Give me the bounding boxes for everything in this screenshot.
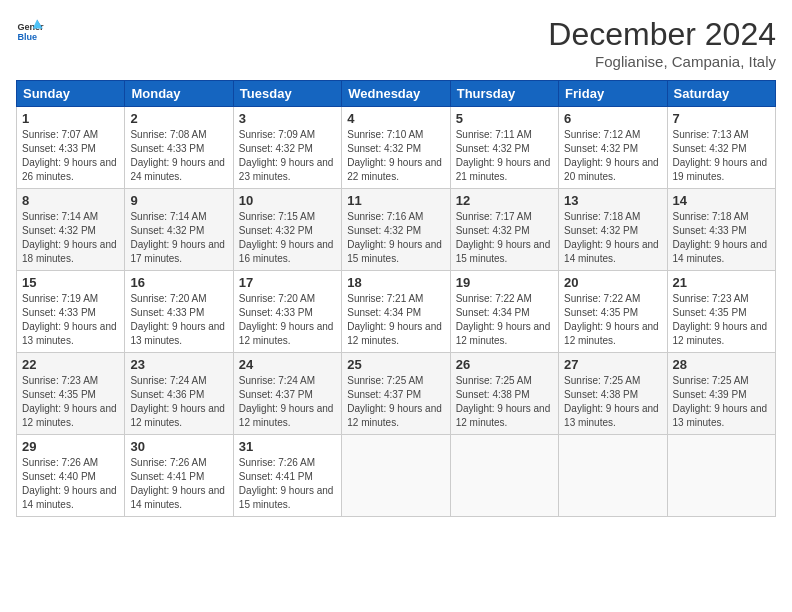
day-info: Sunrise: 7:26 AMSunset: 4:41 PMDaylight:…	[130, 456, 227, 512]
calendar-week-row: 29Sunrise: 7:26 AMSunset: 4:40 PMDayligh…	[17, 435, 776, 517]
calendar-cell: 3Sunrise: 7:09 AMSunset: 4:32 PMDaylight…	[233, 107, 341, 189]
day-number: 13	[564, 193, 661, 208]
day-number: 18	[347, 275, 444, 290]
calendar-cell: 10Sunrise: 7:15 AMSunset: 4:32 PMDayligh…	[233, 189, 341, 271]
day-info: Sunrise: 7:12 AMSunset: 4:32 PMDaylight:…	[564, 128, 661, 184]
calendar-cell: 31Sunrise: 7:26 AMSunset: 4:41 PMDayligh…	[233, 435, 341, 517]
day-number: 27	[564, 357, 661, 372]
calendar-cell	[342, 435, 450, 517]
calendar-table: SundayMondayTuesdayWednesdayThursdayFrid…	[16, 80, 776, 517]
calendar-cell: 1Sunrise: 7:07 AMSunset: 4:33 PMDaylight…	[17, 107, 125, 189]
weekday-header-monday: Monday	[125, 81, 233, 107]
calendar-cell: 16Sunrise: 7:20 AMSunset: 4:33 PMDayligh…	[125, 271, 233, 353]
weekday-header-row: SundayMondayTuesdayWednesdayThursdayFrid…	[17, 81, 776, 107]
day-info: Sunrise: 7:24 AMSunset: 4:36 PMDaylight:…	[130, 374, 227, 430]
day-number: 25	[347, 357, 444, 372]
calendar-cell: 26Sunrise: 7:25 AMSunset: 4:38 PMDayligh…	[450, 353, 558, 435]
day-info: Sunrise: 7:26 AMSunset: 4:40 PMDaylight:…	[22, 456, 119, 512]
calendar-cell	[450, 435, 558, 517]
calendar-cell: 30Sunrise: 7:26 AMSunset: 4:41 PMDayligh…	[125, 435, 233, 517]
day-number: 21	[673, 275, 770, 290]
calendar-week-row: 1Sunrise: 7:07 AMSunset: 4:33 PMDaylight…	[17, 107, 776, 189]
day-info: Sunrise: 7:26 AMSunset: 4:41 PMDaylight:…	[239, 456, 336, 512]
day-info: Sunrise: 7:24 AMSunset: 4:37 PMDaylight:…	[239, 374, 336, 430]
calendar-cell: 11Sunrise: 7:16 AMSunset: 4:32 PMDayligh…	[342, 189, 450, 271]
logo-icon: General Blue	[16, 16, 44, 44]
day-info: Sunrise: 7:08 AMSunset: 4:33 PMDaylight:…	[130, 128, 227, 184]
day-info: Sunrise: 7:19 AMSunset: 4:33 PMDaylight:…	[22, 292, 119, 348]
calendar-cell: 28Sunrise: 7:25 AMSunset: 4:39 PMDayligh…	[667, 353, 775, 435]
calendar-cell: 21Sunrise: 7:23 AMSunset: 4:35 PMDayligh…	[667, 271, 775, 353]
calendar-cell	[667, 435, 775, 517]
day-info: Sunrise: 7:18 AMSunset: 4:33 PMDaylight:…	[673, 210, 770, 266]
day-info: Sunrise: 7:25 AMSunset: 4:37 PMDaylight:…	[347, 374, 444, 430]
day-info: Sunrise: 7:22 AMSunset: 4:34 PMDaylight:…	[456, 292, 553, 348]
calendar-cell: 7Sunrise: 7:13 AMSunset: 4:32 PMDaylight…	[667, 107, 775, 189]
weekday-header-wednesday: Wednesday	[342, 81, 450, 107]
day-number: 3	[239, 111, 336, 126]
day-number: 10	[239, 193, 336, 208]
day-number: 2	[130, 111, 227, 126]
calendar-week-row: 22Sunrise: 7:23 AMSunset: 4:35 PMDayligh…	[17, 353, 776, 435]
day-number: 26	[456, 357, 553, 372]
day-number: 17	[239, 275, 336, 290]
day-info: Sunrise: 7:16 AMSunset: 4:32 PMDaylight:…	[347, 210, 444, 266]
day-number: 22	[22, 357, 119, 372]
day-info: Sunrise: 7:18 AMSunset: 4:32 PMDaylight:…	[564, 210, 661, 266]
day-number: 12	[456, 193, 553, 208]
calendar-cell: 22Sunrise: 7:23 AMSunset: 4:35 PMDayligh…	[17, 353, 125, 435]
calendar-cell: 15Sunrise: 7:19 AMSunset: 4:33 PMDayligh…	[17, 271, 125, 353]
page-header: General Blue December 2024 Foglianise, C…	[16, 16, 776, 70]
day-info: Sunrise: 7:11 AMSunset: 4:32 PMDaylight:…	[456, 128, 553, 184]
day-number: 9	[130, 193, 227, 208]
day-info: Sunrise: 7:20 AMSunset: 4:33 PMDaylight:…	[130, 292, 227, 348]
day-number: 7	[673, 111, 770, 126]
weekday-header-thursday: Thursday	[450, 81, 558, 107]
weekday-header-friday: Friday	[559, 81, 667, 107]
day-number: 30	[130, 439, 227, 454]
day-info: Sunrise: 7:17 AMSunset: 4:32 PMDaylight:…	[456, 210, 553, 266]
day-number: 15	[22, 275, 119, 290]
calendar-cell: 17Sunrise: 7:20 AMSunset: 4:33 PMDayligh…	[233, 271, 341, 353]
day-info: Sunrise: 7:13 AMSunset: 4:32 PMDaylight:…	[673, 128, 770, 184]
calendar-cell: 12Sunrise: 7:17 AMSunset: 4:32 PMDayligh…	[450, 189, 558, 271]
calendar-cell: 2Sunrise: 7:08 AMSunset: 4:33 PMDaylight…	[125, 107, 233, 189]
svg-text:Blue: Blue	[17, 32, 37, 42]
day-info: Sunrise: 7:22 AMSunset: 4:35 PMDaylight:…	[564, 292, 661, 348]
day-info: Sunrise: 7:15 AMSunset: 4:32 PMDaylight:…	[239, 210, 336, 266]
month-year-title: December 2024	[548, 16, 776, 53]
day-info: Sunrise: 7:07 AMSunset: 4:33 PMDaylight:…	[22, 128, 119, 184]
day-number: 24	[239, 357, 336, 372]
day-info: Sunrise: 7:25 AMSunset: 4:39 PMDaylight:…	[673, 374, 770, 430]
weekday-header-tuesday: Tuesday	[233, 81, 341, 107]
calendar-cell	[559, 435, 667, 517]
day-number: 16	[130, 275, 227, 290]
day-number: 31	[239, 439, 336, 454]
day-number: 14	[673, 193, 770, 208]
day-info: Sunrise: 7:25 AMSunset: 4:38 PMDaylight:…	[564, 374, 661, 430]
day-info: Sunrise: 7:23 AMSunset: 4:35 PMDaylight:…	[673, 292, 770, 348]
day-info: Sunrise: 7:14 AMSunset: 4:32 PMDaylight:…	[22, 210, 119, 266]
day-info: Sunrise: 7:25 AMSunset: 4:38 PMDaylight:…	[456, 374, 553, 430]
calendar-cell: 27Sunrise: 7:25 AMSunset: 4:38 PMDayligh…	[559, 353, 667, 435]
weekday-header-saturday: Saturday	[667, 81, 775, 107]
day-number: 20	[564, 275, 661, 290]
day-info: Sunrise: 7:09 AMSunset: 4:32 PMDaylight:…	[239, 128, 336, 184]
calendar-cell: 18Sunrise: 7:21 AMSunset: 4:34 PMDayligh…	[342, 271, 450, 353]
day-number: 6	[564, 111, 661, 126]
calendar-cell: 5Sunrise: 7:11 AMSunset: 4:32 PMDaylight…	[450, 107, 558, 189]
calendar-week-row: 15Sunrise: 7:19 AMSunset: 4:33 PMDayligh…	[17, 271, 776, 353]
day-info: Sunrise: 7:20 AMSunset: 4:33 PMDaylight:…	[239, 292, 336, 348]
calendar-cell: 9Sunrise: 7:14 AMSunset: 4:32 PMDaylight…	[125, 189, 233, 271]
location-subtitle: Foglianise, Campania, Italy	[548, 53, 776, 70]
day-info: Sunrise: 7:23 AMSunset: 4:35 PMDaylight:…	[22, 374, 119, 430]
calendar-body: 1Sunrise: 7:07 AMSunset: 4:33 PMDaylight…	[17, 107, 776, 517]
calendar-cell: 29Sunrise: 7:26 AMSunset: 4:40 PMDayligh…	[17, 435, 125, 517]
title-area: December 2024 Foglianise, Campania, Ital…	[548, 16, 776, 70]
weekday-header-sunday: Sunday	[17, 81, 125, 107]
calendar-cell: 8Sunrise: 7:14 AMSunset: 4:32 PMDaylight…	[17, 189, 125, 271]
calendar-week-row: 8Sunrise: 7:14 AMSunset: 4:32 PMDaylight…	[17, 189, 776, 271]
calendar-cell: 24Sunrise: 7:24 AMSunset: 4:37 PMDayligh…	[233, 353, 341, 435]
day-number: 11	[347, 193, 444, 208]
day-number: 19	[456, 275, 553, 290]
